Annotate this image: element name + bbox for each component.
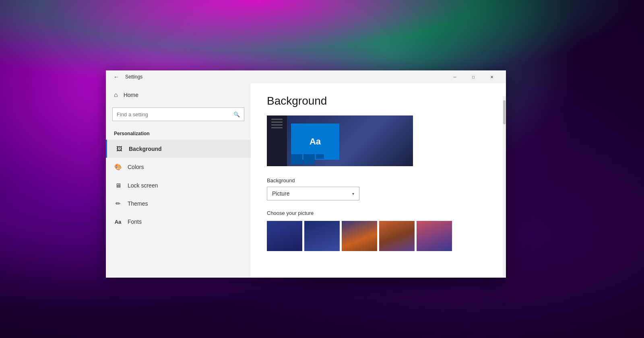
preview-desktop bbox=[267, 115, 413, 166]
search-input[interactable] bbox=[117, 111, 233, 117]
preview-taskbar bbox=[267, 115, 287, 166]
picture-thumb-1[interactable] bbox=[267, 221, 302, 251]
background-dropdown[interactable]: Picture ▾ bbox=[267, 187, 359, 200]
taskbar-line bbox=[271, 122, 283, 123]
search-box[interactable]: 🔍 bbox=[112, 107, 244, 121]
preview-tile bbox=[303, 154, 315, 164]
preview-aa-text: Aa bbox=[310, 136, 321, 147]
search-icon: 🔍 bbox=[233, 111, 240, 117]
sidebar-item-themes[interactable]: ✏ Themes bbox=[106, 194, 251, 213]
picture-thumb-4[interactable] bbox=[379, 221, 415, 251]
picture-thumb-2[interactable] bbox=[304, 221, 340, 251]
window-body: ⌂ Home 🔍 Personalization 🖼 Background 🎨 … bbox=[106, 83, 506, 278]
preview-tile bbox=[291, 154, 302, 164]
sidebar: ⌂ Home 🔍 Personalization 🖼 Background 🎨 … bbox=[106, 83, 251, 278]
preview-tile bbox=[316, 154, 324, 159]
picture-thumb-5[interactable] bbox=[417, 221, 452, 251]
sidebar-item-background[interactable]: 🖼 Background bbox=[106, 140, 251, 158]
sidebar-item-lock-screen[interactable]: 🖥 Lock screen bbox=[106, 176, 251, 194]
title-bar: ← Settings ─ □ ✕ bbox=[106, 70, 506, 83]
sidebar-item-colors[interactable]: 🎨 Colors bbox=[106, 158, 251, 176]
window-title: Settings bbox=[125, 74, 446, 80]
sidebar-section-label: Personalization bbox=[106, 128, 251, 140]
chevron-down-icon: ▾ bbox=[352, 192, 354, 196]
picture-grid bbox=[267, 221, 490, 251]
scrollbar-thumb[interactable] bbox=[503, 100, 506, 124]
picture-thumb-3[interactable] bbox=[342, 221, 377, 251]
taskbar-line bbox=[271, 119, 283, 120]
background-dropdown-label: Background bbox=[267, 177, 490, 183]
fonts-icon: Aa bbox=[114, 219, 122, 225]
minimize-button[interactable]: ─ bbox=[446, 70, 464, 83]
back-button[interactable]: ← bbox=[111, 71, 122, 82]
taskbar-line bbox=[271, 127, 283, 128]
taskbar-line bbox=[271, 124, 283, 126]
main-content: Background Aa bbox=[251, 83, 506, 278]
sidebar-item-fonts[interactable]: Aa Fonts bbox=[106, 213, 251, 231]
window-controls: ─ □ ✕ bbox=[446, 70, 501, 83]
choose-picture-label: Choose your picture bbox=[267, 210, 490, 216]
lock-screen-icon: 🖥 bbox=[114, 182, 122, 189]
scrollbar-track[interactable] bbox=[503, 96, 506, 278]
themes-icon: ✏ bbox=[114, 200, 122, 207]
background-icon: 🖼 bbox=[115, 145, 123, 152]
maximize-button[interactable]: □ bbox=[464, 70, 483, 83]
background-preview: Aa bbox=[267, 115, 413, 166]
close-button[interactable]: ✕ bbox=[483, 70, 501, 83]
home-icon: ⌂ bbox=[114, 91, 118, 99]
sidebar-item-home[interactable]: ⌂ Home bbox=[106, 87, 251, 103]
page-title: Background bbox=[267, 95, 490, 107]
preview-tiles bbox=[291, 154, 324, 164]
settings-window: ← Settings ─ □ ✕ ⌂ Home bbox=[106, 70, 506, 278]
colors-icon: 🎨 bbox=[114, 163, 122, 171]
